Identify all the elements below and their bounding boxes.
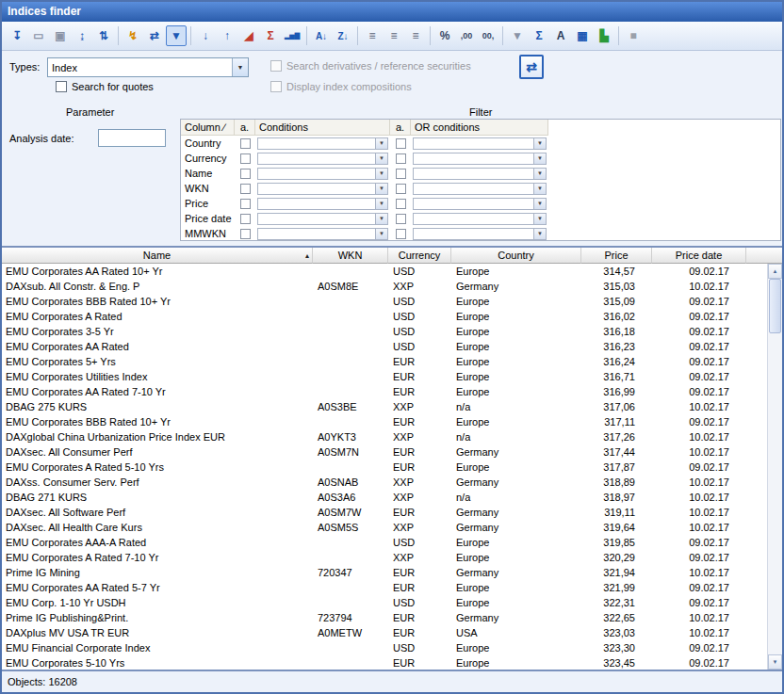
filter-condition-dropdown[interactable]: ▼ bbox=[257, 228, 388, 240]
refresh-search-button[interactable]: ⇄ bbox=[519, 55, 544, 79]
filter-and-checkbox[interactable] bbox=[240, 169, 251, 179]
filter-or-dropdown[interactable]: ▼ bbox=[413, 168, 547, 180]
filter-condition-dropdown[interactable]: ▼ bbox=[257, 168, 388, 180]
filter-or-dropdown[interactable]: ▼ bbox=[413, 213, 547, 225]
table-row[interactable]: Prime IG Publishing&Print.723794EURGerma… bbox=[2, 610, 767, 625]
column-header-price-date[interactable]: Price date bbox=[652, 248, 746, 264]
column-header-currency[interactable]: Currency bbox=[388, 248, 451, 264]
table-row[interactable]: EMU Corporates AA Rated 7-10 YrEUREurope… bbox=[2, 384, 767, 399]
fit-rows-icon[interactable]: ↨ bbox=[72, 25, 92, 46]
table-row[interactable]: EMU Corporates 5+ YrsEUREurope316,2409.0… bbox=[2, 354, 767, 369]
sum-down-icon[interactable]: Σ bbox=[260, 25, 281, 46]
export-icon[interactable]: ↧ bbox=[7, 25, 27, 46]
chart-icon[interactable]: ▙ bbox=[594, 25, 614, 46]
scroll-down-button[interactable]: ▼ bbox=[768, 654, 782, 670]
table-row[interactable]: DAXsec. All Health Care KursA0SM5SXXPGer… bbox=[2, 520, 767, 535]
table-row[interactable]: EMU Corporates 3-5 YrUSDEurope316,1809.0… bbox=[2, 324, 767, 339]
filter-header-column[interactable]: Column ∕ bbox=[181, 120, 235, 136]
sum-icon[interactable]: Σ bbox=[529, 25, 549, 46]
table-row[interactable]: EMU Corporates 5-10 YrsEUREurope323,4509… bbox=[2, 655, 767, 670]
font-icon[interactable]: A bbox=[550, 25, 571, 46]
chevron-down-icon[interactable]: ▼ bbox=[375, 138, 387, 149]
chevron-down-icon[interactable]: ▼ bbox=[375, 169, 387, 179]
table-row[interactable]: DAXsec. All Software PerfA0SM7WEURGerman… bbox=[2, 505, 767, 520]
filter-condition-dropdown[interactable]: ▼ bbox=[257, 153, 388, 165]
table-row[interactable]: EMU Corporates Utilities IndexEUREurope3… bbox=[2, 369, 767, 384]
types-dropdown[interactable]: Index ▼ bbox=[47, 57, 249, 77]
filter-and-checkbox[interactable] bbox=[240, 138, 251, 149]
table-row[interactable]: EMU Financial Corporate IndexUSDEurope32… bbox=[2, 640, 767, 655]
scroll-up-button[interactable]: ▲ bbox=[768, 264, 782, 279]
percent-icon[interactable]: % bbox=[434, 25, 455, 46]
filter-or-checkbox[interactable] bbox=[396, 138, 406, 149]
filter-or-checkbox[interactable] bbox=[396, 199, 406, 209]
filter-and-checkbox[interactable] bbox=[240, 184, 251, 194]
chevron-down-icon[interactable]: ▼ bbox=[533, 184, 546, 194]
filter-condition-dropdown[interactable]: ▼ bbox=[257, 137, 388, 150]
table-row[interactable]: DAXglobal China Urbanization Price Index… bbox=[2, 429, 767, 444]
table-row[interactable]: EMU Corporates AA Rated 5-7 YrEUREurope3… bbox=[2, 580, 767, 595]
table-row[interactable]: EMU Corporates AA RatedUSDEurope316,2309… bbox=[2, 339, 767, 354]
filter-or-dropdown[interactable]: ▼ bbox=[413, 137, 547, 150]
filter-or-checkbox[interactable] bbox=[396, 229, 406, 239]
add-decimals-icon[interactable]: ,00 bbox=[456, 25, 477, 46]
table-row[interactable]: DAXss. Consumer Serv. PerfA0SNABXXPGerma… bbox=[2, 475, 767, 490]
search-derivatives-checkbox[interactable]: Search derivatives / reference securitie… bbox=[270, 60, 471, 72]
lightning-icon[interactable]: ↯ bbox=[122, 25, 143, 46]
column-header-name[interactable]: Name▴ bbox=[2, 248, 313, 264]
sort-value-down-icon[interactable]: ↓ bbox=[195, 25, 216, 46]
swap-rows-icon[interactable]: ⇅ bbox=[93, 25, 114, 46]
checkbox-box[interactable] bbox=[270, 60, 282, 72]
scrollbar-track[interactable] bbox=[768, 279, 782, 654]
analysis-date-input[interactable] bbox=[98, 129, 166, 147]
table-row[interactable]: DBAG 275 KURSA0S3BEXXPn/a317,0610.02.17 bbox=[2, 399, 767, 414]
chevron-down-icon[interactable]: ▼ bbox=[232, 58, 248, 76]
filter-or-dropdown[interactable]: ▼ bbox=[413, 228, 547, 240]
chevron-down-icon[interactable]: ▼ bbox=[375, 214, 387, 224]
filter-columns-icon[interactable]: ▼ bbox=[507, 25, 528, 46]
align-right-icon[interactable]: ≡ bbox=[405, 25, 426, 46]
chevron-down-icon[interactable]: ▼ bbox=[533, 199, 546, 209]
histogram-icon[interactable]: ▂▅▇ bbox=[282, 25, 302, 46]
stop-icon[interactable]: ■ bbox=[623, 25, 644, 46]
chevron-down-icon[interactable]: ▼ bbox=[375, 229, 387, 239]
column-header-wkn[interactable]: WKN bbox=[313, 248, 388, 264]
filter-condition-dropdown[interactable]: ▼ bbox=[257, 198, 388, 210]
table-row[interactable]: EMU Corporates AA Rated 10+ YrUSDEurope3… bbox=[2, 264, 767, 279]
chevron-down-icon[interactable]: ▼ bbox=[375, 199, 387, 209]
filter-and-checkbox[interactable] bbox=[240, 214, 251, 224]
refresh-icon[interactable]: ⇄ bbox=[144, 25, 165, 46]
filter-or-checkbox[interactable] bbox=[396, 153, 406, 164]
table-columns-icon[interactable]: ▦ bbox=[572, 25, 593, 46]
chevron-down-icon[interactable]: ▼ bbox=[533, 229, 546, 239]
filter-condition-dropdown[interactable]: ▼ bbox=[257, 213, 388, 225]
trend-icon[interactable]: ◢ bbox=[238, 25, 259, 46]
table-row[interactable]: DAXsub. All Constr. & Eng. PA0SM8EXXPGer… bbox=[2, 279, 767, 294]
filter-or-checkbox[interactable] bbox=[396, 214, 406, 224]
filter-or-checkbox[interactable] bbox=[396, 169, 406, 179]
title-bar[interactable]: Indices finder bbox=[2, 2, 782, 22]
search-quotes-checkbox[interactable]: Search for quotes bbox=[56, 81, 154, 92]
sort-ascending-icon[interactable]: A↓ bbox=[311, 25, 332, 46]
chevron-down-icon[interactable]: ▼ bbox=[533, 153, 546, 164]
filter-and-checkbox[interactable] bbox=[240, 229, 251, 239]
filter-and-checkbox[interactable] bbox=[240, 153, 251, 164]
filter-or-dropdown[interactable]: ▼ bbox=[413, 198, 547, 210]
table-row[interactable]: EMU Corporates A Rated 5-10 YrsEUREurope… bbox=[2, 460, 767, 475]
align-left-icon[interactable]: ≡ bbox=[362, 25, 383, 46]
chevron-down-icon[interactable]: ▼ bbox=[375, 153, 387, 164]
column-header-price[interactable]: Price bbox=[581, 248, 652, 264]
chevron-down-icon[interactable]: ▼ bbox=[533, 138, 546, 149]
column-header-country[interactable]: Country bbox=[451, 248, 581, 264]
filter-or-dropdown[interactable]: ▼ bbox=[413, 153, 547, 165]
table-row[interactable]: EMU Corporates A Rated 7-10 YrXXPEurope3… bbox=[2, 550, 767, 565]
filter-or-dropdown[interactable]: ▼ bbox=[413, 183, 547, 195]
checkbox-box[interactable] bbox=[270, 81, 282, 92]
remove-decimals-icon[interactable]: 00, bbox=[478, 25, 498, 46]
table-row[interactable]: DAXplus MV USA TR EURA0METWEURUSA323,031… bbox=[2, 625, 767, 640]
filter-icon[interactable]: ▼ bbox=[166, 25, 187, 46]
align-center-icon[interactable]: ≡ bbox=[384, 25, 404, 46]
table-row[interactable]: EMU Corporates BBB Rated 10+ YrUSDEurope… bbox=[2, 294, 767, 309]
table-row[interactable]: EMU Corporates BBB Rated 10+ YrEUREurope… bbox=[2, 414, 767, 429]
scrollbar-thumb[interactable] bbox=[769, 279, 781, 333]
